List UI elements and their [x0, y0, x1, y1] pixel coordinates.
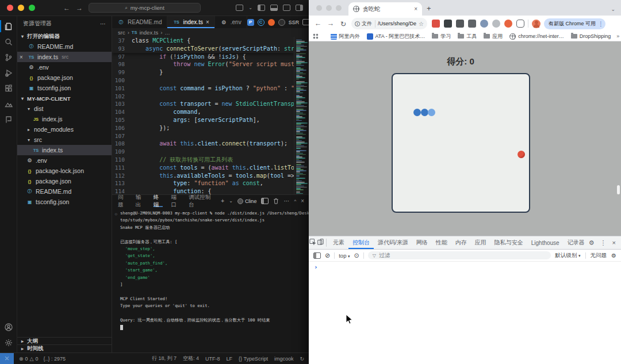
- remote-indicator[interactable]: ⤬: [0, 353, 14, 364]
- close-window-button[interactable]: [316, 5, 322, 11]
- bookmarks-overflow-icon[interactable]: »: [616, 33, 619, 39]
- imgcook-status[interactable]: imgcook: [274, 356, 294, 362]
- new-tab-button[interactable]: +: [427, 4, 431, 13]
- open-editor-item[interactable]: ×TSindex.tssrc: [17, 52, 112, 62]
- file-scheme-chip[interactable]: i 文件: [355, 20, 375, 28]
- bookmark-chrome://net-inter…[interactable]: chrome://net-inter…: [509, 33, 564, 40]
- panel-tab-问题[interactable]: 问题: [118, 195, 128, 207]
- apps-grid-icon[interactable]: [313, 34, 318, 39]
- tab-search-icon[interactable]: ⌄: [611, 6, 615, 12]
- reload-icon[interactable]: ↻: [339, 20, 348, 28]
- chrome-menu-kebab-icon[interactable]: ⋮: [598, 21, 604, 27]
- devtools-tab-性能[interactable]: 性能: [432, 236, 451, 249]
- remote-screen-icon[interactable]: [236, 5, 243, 11]
- panel-tab-终端[interactable]: 终端: [154, 195, 163, 207]
- tree-item[interactable]: {}package.json: [17, 176, 112, 186]
- command-center-search[interactable]: ⌕ my-mcp-client: [89, 3, 201, 13]
- cursor-position[interactable]: 行 18, 列 7: [152, 355, 177, 362]
- panel-close-icon[interactable]: ×: [301, 198, 304, 204]
- devtools-tab-内存[interactable]: 内存: [451, 236, 471, 249]
- ext-dark-face-icon[interactable]: [444, 20, 452, 28]
- close-window-button[interactable]: [7, 5, 13, 11]
- profile-avatar[interactable]: [532, 20, 540, 28]
- source-control-icon[interactable]: [0, 49, 17, 65]
- ext-puzzle-icon[interactable]: [516, 20, 524, 28]
- extensions-icon[interactable]: [0, 81, 17, 96]
- tree-item[interactable]: ▾dist: [17, 104, 112, 114]
- tree-item[interactable]: ⓘREADME.md: [17, 186, 112, 197]
- minimize-window-button[interactable]: [326, 5, 332, 11]
- devtools-tab-隐私与安全[interactable]: 隐私与安全: [490, 236, 527, 249]
- bookmark-阿里内外[interactable]: 阿里内外: [331, 33, 360, 40]
- devtools-tab-Lighthouse[interactable]: Lighthouse: [527, 236, 564, 249]
- tree-item[interactable]: ⚙.env: [17, 155, 112, 166]
- outline-section[interactable]: ▸大纲: [17, 338, 112, 345]
- panel-tab-调试控制台[interactable]: 调试控制台: [189, 195, 213, 207]
- gitlens-fox-icon[interactable]: [268, 19, 275, 26]
- problems-status[interactable]: ⊗0 △0: [19, 356, 39, 362]
- account-icon[interactable]: [0, 319, 17, 335]
- eye-icon[interactable]: ⊙: [354, 252, 359, 259]
- panel-tab-输出[interactable]: 输出: [136, 195, 145, 207]
- project-root-header[interactable]: ▾MY-MCP-CLIENT: [17, 93, 112, 104]
- minimap[interactable]: [294, 37, 309, 194]
- timeline-section[interactable]: ▸时间线: [17, 345, 112, 352]
- tree-item[interactable]: ▣tsconfig.json: [17, 197, 112, 207]
- panel-more-icon[interactable]: ⋯: [283, 198, 289, 204]
- bookmark-ATA - 阿里巴巴技术…[interactable]: ATA - 阿里巴巴技术…: [367, 33, 425, 40]
- devtools-tab-源代码/来源[interactable]: 源代码/来源: [374, 236, 412, 249]
- tree-item[interactable]: ▸node_modules: [17, 124, 112, 135]
- ext-dark-api-icon[interactable]: [456, 20, 464, 28]
- devtools-settings-gear-icon[interactable]: ⚙: [589, 239, 595, 247]
- nav-back-icon[interactable]: ←: [63, 4, 70, 12]
- page-scrollbar[interactable]: [617, 185, 620, 194]
- issues-counter[interactable]: 无问题: [591, 252, 607, 259]
- cline-terminal-profile[interactable]: Cline: [237, 198, 257, 204]
- toggle-sidebar-icon[interactable]: [258, 5, 265, 11]
- tree-item[interactable]: TSindex.ts: [17, 145, 112, 155]
- devtools-tab-应用[interactable]: 应用: [471, 236, 490, 249]
- device-toolbar-icon[interactable]: [316, 239, 324, 247]
- maximize-window-button[interactable]: [336, 5, 342, 11]
- context-selector[interactable]: top ▾: [339, 252, 350, 259]
- prettier-icon[interactable]: P: [247, 19, 254, 26]
- editor-tab[interactable]: TSindex.ts×: [167, 16, 214, 28]
- editor-tab[interactable]: ⚙.env: [215, 16, 247, 28]
- tree-item[interactable]: {}package-lock.json: [17, 166, 112, 176]
- tree-item[interactable]: JSindex.js: [17, 114, 112, 124]
- log-levels-select[interactable]: 默认级别 ▾: [555, 252, 580, 259]
- toggle-secondary-sidebar-icon[interactable]: [296, 5, 303, 11]
- ext-orange-scan-icon[interactable]: [504, 20, 512, 28]
- open-editors-header[interactable]: ▾打开的编辑器: [17, 31, 112, 41]
- cline-flag-icon[interactable]: [0, 112, 17, 127]
- ssr-label[interactable]: SSR: [289, 20, 300, 25]
- run-debug-icon[interactable]: [0, 65, 17, 81]
- console-output[interactable]: ›: [309, 262, 621, 364]
- bookmark-工具[interactable]: 工具: [458, 33, 477, 40]
- console-settings-gear-icon[interactable]: ⚙: [611, 252, 616, 259]
- nav-forward-icon[interactable]: →: [76, 4, 83, 12]
- close-icon[interactable]: ×: [17, 54, 25, 60]
- maximize-window-button[interactable]: [29, 5, 35, 11]
- open-editor-item[interactable]: ⓘREADME.md: [17, 41, 112, 52]
- sidebar-more-icon[interactable]: ⋯: [100, 21, 106, 27]
- devtools-tab-控制台[interactable]: 控制台: [348, 236, 374, 249]
- sphere-icon[interactable]: [278, 19, 285, 26]
- language-mode[interactable]: {} TypeScript: [239, 356, 268, 362]
- console-filter-input[interactable]: ▽ 过滤: [368, 251, 551, 259]
- inspect-element-icon[interactable]: [309, 239, 316, 247]
- indentation[interactable]: 空格: 4: [183, 355, 199, 362]
- chevron-down-icon[interactable]: ⌄: [248, 5, 252, 10]
- encoding[interactable]: UTF-8: [205, 356, 220, 362]
- address-bar[interactable]: i 文件 /Users/sheng/Deskt… ☆: [351, 18, 427, 29]
- panel-maximize-icon[interactable]: ^: [294, 198, 296, 204]
- ext-dark-grid-icon[interactable]: [468, 20, 476, 28]
- toggle-panel-icon[interactable]: [270, 5, 278, 11]
- eol[interactable]: LF: [227, 356, 233, 362]
- clear-console-icon[interactable]: ⊘: [325, 252, 330, 259]
- explorer-icon[interactable]: [0, 18, 17, 34]
- toggle-layout-icon[interactable]: [283, 5, 290, 11]
- bookmark-学习[interactable]: 学习: [432, 33, 451, 40]
- tab-close-icon[interactable]: ×: [414, 6, 417, 12]
- browser-back-icon[interactable]: ←: [313, 20, 323, 28]
